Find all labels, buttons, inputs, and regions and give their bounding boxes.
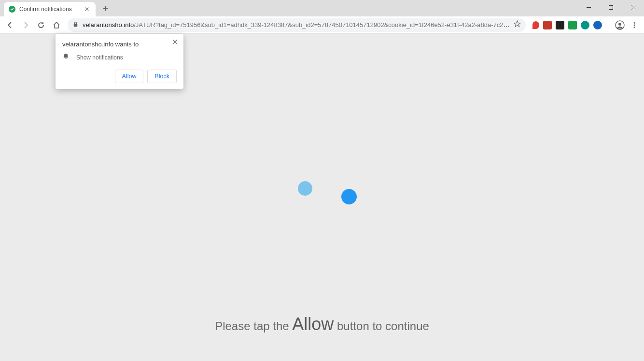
lock-icon <box>72 21 79 29</box>
prompt-permission-text: Show notifications <box>76 54 123 61</box>
svg-point-4 <box>634 22 635 24</box>
nav-reload-button[interactable] <box>34 18 48 32</box>
page-content: velarantonsho.info wants to Show notific… <box>0 34 644 361</box>
browser-titlebar: Confirm notifications <box>0 0 644 16</box>
url-text: velarantonsho.info/JATUR?tag_id=751956&s… <box>83 21 510 29</box>
window-minimize-button[interactable] <box>577 0 600 14</box>
tab-favicon-check-icon <box>9 6 15 13</box>
extension-icon[interactable] <box>593 21 602 29</box>
toolbar-separator <box>609 20 609 30</box>
prompt-close-icon[interactable] <box>170 37 180 46</box>
svg-point-6 <box>634 27 635 28</box>
svg-point-5 <box>634 24 635 26</box>
notification-permission-prompt: velarantonsho.info wants to Show notific… <box>56 34 183 89</box>
spinner-dot-icon <box>341 189 357 204</box>
message-prefix: Please tap the <box>215 319 292 332</box>
kebab-menu-button[interactable] <box>628 18 641 32</box>
nav-forward-button[interactable] <box>18 18 33 32</box>
extension-icon[interactable] <box>556 21 564 29</box>
nav-home-button[interactable] <box>49 18 64 32</box>
extension-icon[interactable] <box>568 21 577 29</box>
allow-button[interactable]: Allow <box>115 70 144 83</box>
url-path: /JATUR?tag_id=751956&sub_id1=adhdk_339-1… <box>134 21 510 29</box>
window-controls <box>577 0 644 14</box>
bookmark-star-icon[interactable] <box>514 20 521 29</box>
window-close-button[interactable] <box>622 0 644 14</box>
tab-title: Confirm notifications <box>19 6 79 13</box>
nav-back-button[interactable] <box>3 18 17 32</box>
browser-tab[interactable]: Confirm notifications <box>4 2 96 16</box>
spinner-dot-icon <box>298 181 312 196</box>
svg-rect-0 <box>609 5 613 9</box>
svg-point-3 <box>618 23 621 26</box>
extensions-area <box>530 21 605 29</box>
bell-icon <box>62 53 70 62</box>
svg-rect-1 <box>74 24 77 27</box>
block-button[interactable]: Block <box>147 70 177 83</box>
extension-icon[interactable] <box>532 21 539 29</box>
url-host: velarantonsho.info <box>83 21 134 29</box>
tab-close-icon[interactable] <box>83 5 91 13</box>
extension-icon[interactable] <box>543 21 552 29</box>
profile-avatar-button[interactable] <box>613 18 627 32</box>
address-bar[interactable]: velarantonsho.info/JATUR?tag_id=751956&s… <box>68 18 526 32</box>
message-allow-word: Allow <box>292 314 334 334</box>
prompt-title: velarantonsho.info wants to <box>62 41 177 48</box>
extension-icon[interactable] <box>581 21 589 29</box>
new-tab-button[interactable] <box>98 1 112 15</box>
instruction-message: Please tap the Allow button to continue <box>215 314 429 334</box>
message-suffix: button to continue <box>334 319 429 332</box>
browser-toolbar: velarantonsho.info/JATUR?tag_id=751956&s… <box>0 16 644 34</box>
window-maximize-button[interactable] <box>600 0 622 14</box>
